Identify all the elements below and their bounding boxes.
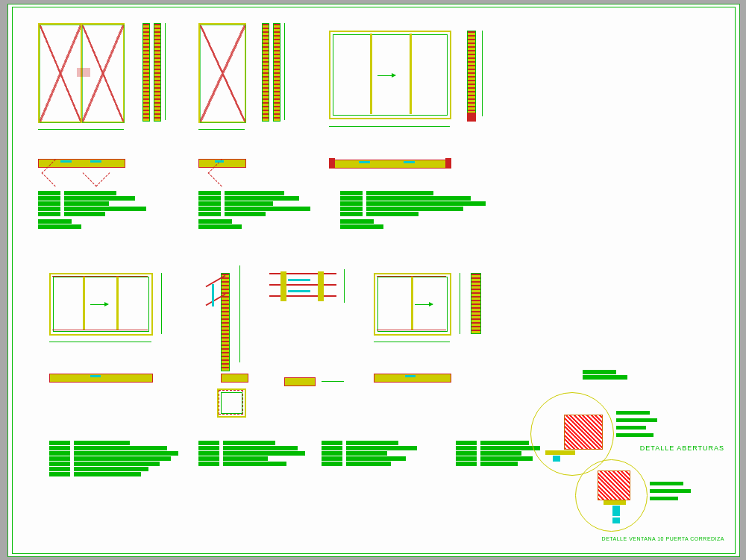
slide-arrow-icon [90,304,108,305]
slide-arrow-icon [377,75,395,76]
plan-v3 [374,370,486,388]
plan-v1 [49,370,176,388]
detail-callout-2 [575,459,695,549]
legend-d1 [322,441,441,467]
plan-d1 [284,374,351,392]
plan-p3 [329,154,478,176]
sheet-title: DETALLE ABERTURAS [640,444,724,452]
detail-p3 [329,31,493,142]
detail-v3 [374,273,486,355]
slide-arrow-icon [415,304,433,305]
detail-v1 [49,273,176,355]
detail-v2 [198,265,273,377]
legend-v1 [49,441,184,477]
detail-p2 [198,23,295,142]
legend-p3 [340,191,489,230]
sheet-subtitle: DETALLE VENTANA 10 PUERTA CORREDIZA [602,536,724,541]
legend-v2 [198,441,318,467]
legend-callout [583,370,657,380]
legend-p2 [198,191,333,230]
plan-v2 [202,370,277,422]
legend-p1 [38,191,172,230]
plan-p1 [38,150,165,183]
detail-d1 [266,265,355,377]
detail-p1 [38,23,165,142]
plan-p2 [198,150,288,183]
drawing-sheet: DETALLE ABERTURAS DETALLE VENTANA 10 PUE… [7,4,740,557]
